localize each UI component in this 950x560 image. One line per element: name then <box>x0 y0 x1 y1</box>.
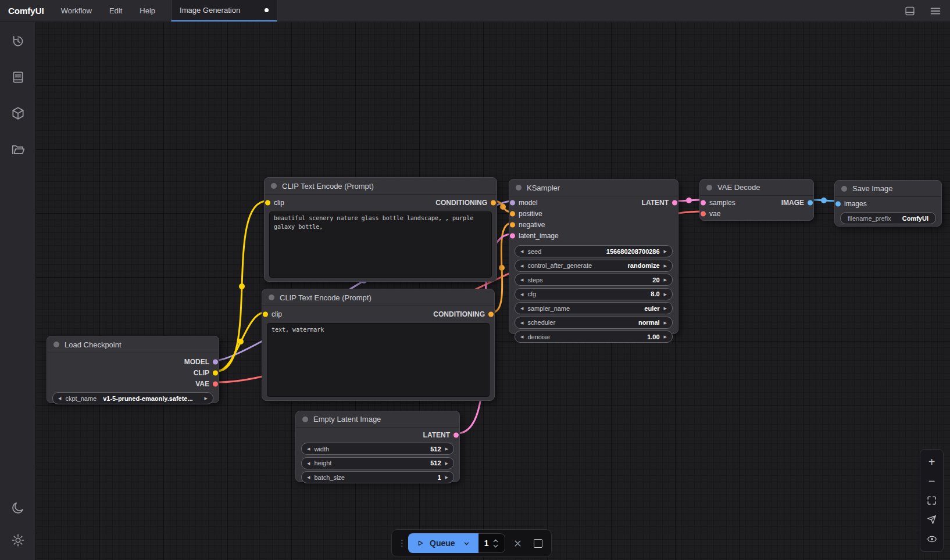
stepper-up-icon[interactable] <box>492 539 499 543</box>
collapse-dot[interactable] <box>53 342 59 347</box>
node-clip-text-encode-negative[interactable]: CLIP Text Encode (Prompt) clip CONDITION… <box>262 289 495 401</box>
fit-view-icon <box>926 495 937 506</box>
prompt-text-area[interactable]: text, watermark <box>267 323 490 397</box>
collapse-dot[interactable] <box>706 185 712 191</box>
input-port-vae[interactable] <box>701 211 706 216</box>
menu-workflow[interactable]: Workflow <box>52 0 101 21</box>
zoom-in-icon: + <box>928 456 935 468</box>
next-value-arrow[interactable]: ▶ <box>664 292 667 296</box>
next-value-arrow[interactable]: ▶ <box>445 461 448 465</box>
widget-height[interactable]: ◀ height 512 ▶ <box>301 457 454 469</box>
widget-filename-prefix[interactable]: filename_prefix ComfyUI <box>840 212 936 224</box>
main-menu-button[interactable] <box>928 3 943 19</box>
node-title: KSampler <box>527 184 560 192</box>
settings-button[interactable] <box>5 527 31 553</box>
next-value-arrow[interactable]: ▶ <box>205 396 208 400</box>
prev-value-arrow[interactable]: ◀ <box>307 461 310 465</box>
widget-steps[interactable]: ◀ steps 20 ▶ <box>515 274 673 286</box>
widget-batch-size[interactable]: ◀ batch_size 1 ▶ <box>301 471 454 483</box>
node-clip-text-encode-positive[interactable]: CLIP Text Encode (Prompt) clip CONDITION… <box>264 177 497 282</box>
stop-button[interactable] <box>531 536 545 551</box>
pointer-mode-button[interactable] <box>924 512 940 528</box>
input-label: samples <box>709 199 735 207</box>
node-ksampler[interactable]: KSampler model LATENT positive negative … <box>509 179 678 334</box>
widget-seed[interactable]: ◀ seed 156680208700286 ▶ <box>515 245 673 257</box>
prev-value-arrow[interactable]: ◀ <box>520 278 523 282</box>
widget-sampler-name[interactable]: ◀ sampler_name euler ▶ <box>515 302 673 314</box>
workflows-button[interactable] <box>5 137 31 162</box>
widget-label: steps <box>527 277 542 283</box>
output-port-clip[interactable] <box>213 370 218 375</box>
model-library-button[interactable] <box>5 100 31 126</box>
menu-edit[interactable]: Edit <box>101 0 131 21</box>
node-vae-decode[interactable]: VAE Decode samples IMAGE vae <box>699 179 814 221</box>
node-load-checkpoint[interactable]: Load Checkpoint MODEL CLIP VAE ◀ ckpt_na… <box>47 336 219 403</box>
prev-value-arrow[interactable]: ◀ <box>520 321 523 325</box>
clear-queue-button[interactable] <box>511 536 526 551</box>
theme-toggle-button[interactable] <box>5 495 31 520</box>
next-value-arrow[interactable]: ▶ <box>664 264 667 268</box>
zoom-in-button[interactable]: + <box>924 454 940 470</box>
next-value-arrow[interactable]: ▶ <box>664 278 667 282</box>
menu-help[interactable]: Help <box>131 0 164 21</box>
collapse-dot[interactable] <box>302 417 308 422</box>
input-port-negative[interactable] <box>510 222 515 227</box>
input-port-latent-image[interactable] <box>510 233 515 238</box>
collapse-dot[interactable] <box>269 295 274 300</box>
input-port-model[interactable] <box>510 200 515 205</box>
collapse-dot[interactable] <box>271 183 277 189</box>
history-button[interactable] <box>5 28 31 54</box>
next-value-arrow[interactable]: ▶ <box>664 321 667 325</box>
widget-scheduler[interactable]: ◀ scheduler normal ▶ <box>515 317 673 329</box>
bottom-panel-toggle-button[interactable] <box>902 3 917 19</box>
widget-denoise[interactable]: ◀ denoise 1.00 ▶ <box>515 331 673 343</box>
node-empty-latent-image[interactable]: Empty Latent Image LATENT ◀ width 512 ▶ … <box>295 411 460 482</box>
node-library-button[interactable] <box>5 64 31 90</box>
next-value-arrow[interactable]: ▶ <box>445 475 448 479</box>
prev-value-arrow[interactable]: ◀ <box>520 249 523 253</box>
node-save-image[interactable]: Save Image images filename_prefix ComfyU… <box>834 180 942 227</box>
zoom-out-icon: − <box>928 475 935 487</box>
next-value-arrow[interactable]: ▶ <box>664 249 667 253</box>
zoom-out-button[interactable]: − <box>924 473 940 489</box>
widget-label: height <box>314 460 331 466</box>
output-port-image[interactable] <box>808 200 813 205</box>
output-port-latent[interactable] <box>453 432 459 437</box>
widget-cfg[interactable]: ◀ cfg 8.0 ▶ <box>515 288 673 300</box>
prev-value-arrow[interactable]: ◀ <box>520 306 523 310</box>
toggle-link-visibility-button[interactable] <box>924 531 940 547</box>
chevron-down-icon[interactable] <box>462 539 471 548</box>
prev-value-arrow[interactable]: ◀ <box>520 264 523 268</box>
prev-value-arrow[interactable]: ◀ <box>307 475 310 479</box>
output-port-model[interactable] <box>213 359 218 364</box>
input-port-clip[interactable] <box>263 311 268 317</box>
output-port-conditioning[interactable] <box>488 311 494 317</box>
prev-value-arrow[interactable]: ◀ <box>58 396 61 400</box>
prompt-text-area[interactable]: beautiful scenery nature glass bottle la… <box>269 211 492 278</box>
widget-control-after-generate[interactable]: ◀ control_after_generate randomize ▶ <box>515 260 673 272</box>
next-value-arrow[interactable]: ▶ <box>664 335 667 339</box>
output-port-vae[interactable] <box>213 381 218 386</box>
tab-image-generation[interactable]: Image Generation <box>171 0 277 21</box>
collapse-dot[interactable] <box>516 185 522 191</box>
input-port-images[interactable] <box>835 201 841 206</box>
input-label: vae <box>709 210 720 218</box>
fit-view-button[interactable] <box>924 492 940 508</box>
drag-handle-icon[interactable]: ⋮ <box>398 540 402 546</box>
output-port-conditioning[interactable] <box>491 200 496 205</box>
input-port-clip[interactable] <box>265 200 270 205</box>
batch-count-input[interactable]: 1 <box>478 533 505 553</box>
prev-value-arrow[interactable]: ◀ <box>307 447 310 451</box>
prev-value-arrow[interactable]: ◀ <box>520 292 523 296</box>
widget-ckpt-name[interactable]: ◀ ckpt_name v1-5-pruned-emaonly.safete..… <box>52 392 213 404</box>
prev-value-arrow[interactable]: ◀ <box>520 335 523 339</box>
stepper-down-icon[interactable] <box>492 544 499 548</box>
output-port-latent[interactable] <box>672 200 677 205</box>
input-port-samples[interactable] <box>701 200 706 205</box>
widget-width[interactable]: ◀ width 512 ▶ <box>301 443 454 455</box>
input-port-positive[interactable] <box>510 211 515 216</box>
next-value-arrow[interactable]: ▶ <box>664 306 667 310</box>
collapse-dot[interactable] <box>841 186 847 192</box>
queue-button[interactable]: Queue <box>408 533 478 553</box>
next-value-arrow[interactable]: ▶ <box>445 447 448 451</box>
